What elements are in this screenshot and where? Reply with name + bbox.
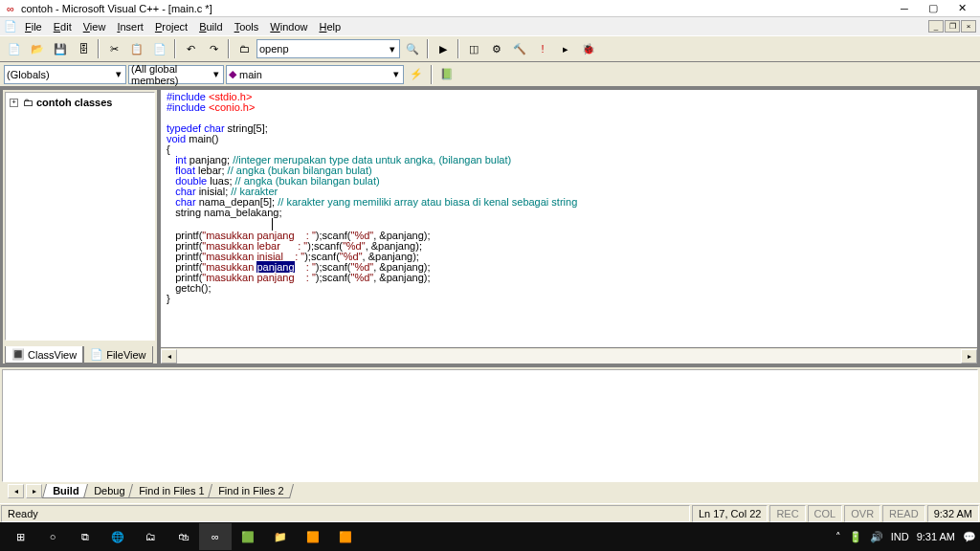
function-combo-value: main (239, 69, 262, 80)
scroll-left-button[interactable]: ◂ (161, 349, 177, 364)
menu-window[interactable]: Window (264, 19, 313, 34)
copy-button[interactable]: 📋 (126, 38, 147, 59)
tray-notifications-icon[interactable]: 💬 (963, 531, 976, 543)
window-title: contoh - Microsoft Visual C++ - [main.c … (21, 3, 890, 14)
save-all-button[interactable]: 🗄 (73, 38, 94, 59)
tab-fileview[interactable]: 📄 FileView (83, 346, 152, 364)
tray-lang[interactable]: IND (891, 531, 909, 542)
scope-combo[interactable]: (Globals) ▾ (4, 65, 126, 84)
wizardbar: (Globals) ▾ (All global members) ▾ ◆ mai… (0, 62, 980, 87)
menu-insert[interactable]: Insert (111, 19, 149, 34)
tray-battery-icon[interactable]: 🔋 (849, 531, 862, 543)
document-icon: 📄 (4, 20, 17, 33)
members-combo[interactable]: (All global members) ▾ (128, 65, 224, 84)
taskbar-app-2[interactable]: 📁 (264, 523, 297, 550)
status-bar: Ready Ln 17, Col 22 REC COL OVR READ 9:3… (0, 503, 980, 522)
taskbar-app-3[interactable]: 🟧 (297, 523, 329, 550)
dropdown-icon: ▾ (388, 43, 397, 55)
status-ready: Ready (1, 505, 690, 522)
expand-icon[interactable]: + (10, 99, 18, 107)
status-time: 9:32 AM (927, 505, 979, 522)
tray-up-icon[interactable]: ˄ (835, 531, 841, 543)
find-button[interactable]: 🔍 (402, 38, 423, 59)
class-tree[interactable]: + 🗀 contoh classes (5, 92, 155, 341)
menu-edit[interactable]: Edit (48, 19, 78, 34)
minimize-button[interactable]: ─ (890, 0, 919, 17)
output-tab-prev[interactable]: ◂ (8, 484, 24, 498)
menu-help[interactable]: Help (313, 19, 346, 34)
close-button[interactable]: ✕ (947, 0, 976, 17)
code-editor[interactable]: #include <stdio.h>#include <conio.h> typ… (161, 90, 977, 347)
cut-button[interactable]: ✂ (103, 38, 124, 59)
tile-button[interactable]: ◫ (463, 38, 484, 59)
compile-button[interactable]: ⚙ (486, 38, 507, 59)
menu-file[interactable]: File (19, 19, 48, 34)
output-tab-find2[interactable]: Find in Files 2 (208, 484, 295, 498)
find-combo[interactable]: openp ▾ (256, 39, 400, 58)
paste-button[interactable]: 📄 (149, 38, 170, 59)
taskview-button[interactable]: ⧉ (69, 523, 101, 550)
wizard-book-button[interactable]: 📗 (436, 64, 457, 85)
taskbar-app-1[interactable]: 🟩 (232, 523, 264, 550)
execute-button[interactable]: ▸ (555, 38, 576, 59)
tray-volume-icon[interactable]: 🔊 (870, 531, 883, 543)
open-button[interactable]: 📂 (27, 38, 48, 59)
menu-tools[interactable]: Tools (229, 19, 265, 34)
debug-button[interactable]: 🐞 (578, 38, 599, 59)
maximize-button[interactable]: ▢ (919, 0, 947, 17)
tree-root-label: contoh classes (36, 97, 112, 108)
save-button[interactable]: 💾 (50, 38, 71, 59)
folder-icon: 🗀 (23, 97, 33, 108)
scroll-track[interactable] (177, 349, 961, 364)
taskbar-edge[interactable]: 🌐 (101, 523, 134, 550)
mdi-minimize[interactable]: _ (928, 20, 944, 33)
status-col: COL (808, 505, 843, 522)
output-panel: ◂ ▸ Build Debug Find in Files 1 Find in … (0, 366, 980, 503)
tab-label: ClassView (28, 349, 77, 361)
members-combo-value: (All global members) (131, 63, 212, 86)
editor-h-scrollbar[interactable]: ◂ ▸ (161, 347, 977, 364)
menu-bar: 📄 File Edit View Insert Project Build To… (0, 17, 980, 35)
app-icon: ∞ (4, 2, 17, 15)
menu-view[interactable]: View (78, 19, 112, 34)
menu-build[interactable]: Build (193, 19, 228, 34)
fileview-icon: 📄 (90, 348, 103, 361)
dropdown-icon: ▾ (114, 68, 123, 80)
new-button[interactable]: 📄 (4, 38, 25, 59)
scroll-right-button[interactable]: ▸ (961, 349, 977, 364)
taskbar-explorer[interactable]: 🗂 (134, 523, 167, 550)
function-icon: ◆ (229, 68, 236, 80)
system-tray[interactable]: ˄ 🔋 🔊 IND 9:31 AM 💬 (835, 531, 976, 543)
workspace-tabs: 🔳 ClassView 📄 FileView (3, 342, 157, 364)
redo-button[interactable]: ↷ (203, 38, 224, 59)
taskbar-store[interactable]: 🛍 (167, 523, 199, 550)
output-tab-next[interactable]: ▸ (26, 484, 42, 498)
tree-root-node[interactable]: + 🗀 contoh classes (8, 95, 152, 110)
code-editor-panel: #include <stdio.h>#include <conio.h> typ… (160, 89, 978, 364)
workspace-button[interactable]: 🗀 (234, 38, 255, 59)
tab-classview[interactable]: 🔳 ClassView (5, 346, 83, 364)
wizard-action-button[interactable]: ⚡ (406, 64, 427, 85)
stop-build-button[interactable]: ! (532, 38, 553, 59)
output-text[interactable] (2, 369, 978, 482)
scope-combo-value: (Globals) (7, 69, 50, 80)
output-tab-build[interactable]: Build (42, 484, 90, 498)
output-tab-find1[interactable]: Find in Files 1 (128, 484, 215, 498)
go-button[interactable]: ▶ (433, 38, 454, 59)
status-read: READ (882, 505, 925, 522)
start-button[interactable]: ⊞ (4, 523, 36, 550)
build-button[interactable]: 🔨 (509, 38, 530, 59)
title-bar: ∞ contoh - Microsoft Visual C++ - [main.… (0, 0, 980, 17)
taskbar-vc[interactable]: ∞ (199, 523, 232, 550)
output-tab-debug[interactable]: Debug (82, 484, 134, 498)
taskbar-app-4[interactable]: 🟧 (329, 523, 362, 550)
mdi-close[interactable]: × (961, 20, 976, 33)
function-combo[interactable]: ◆ main ▾ (226, 65, 404, 84)
menu-project[interactable]: Project (149, 19, 193, 34)
mdi-restore[interactable]: ❐ (945, 20, 960, 33)
status-rec: REC (769, 505, 805, 522)
tray-time[interactable]: 9:31 AM (917, 531, 955, 542)
cortana-button[interactable]: ○ (36, 523, 69, 550)
undo-button[interactable]: ↶ (180, 38, 201, 59)
dropdown-icon: ▾ (391, 68, 401, 80)
